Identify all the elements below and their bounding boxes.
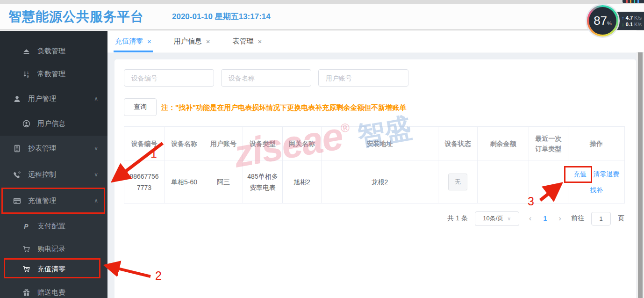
svg-text:P: P xyxy=(24,222,29,230)
device-name-input[interactable] xyxy=(221,69,311,87)
sidebar-item-load-management[interactable]: 负载管理 xyxy=(0,41,107,61)
cell-device-name: 单相5-60 xyxy=(165,160,204,204)
download-speed-unit: K/s xyxy=(634,22,642,27)
compensate-action-link[interactable]: 找补 xyxy=(590,186,603,194)
sidebar-item-gift-electricity[interactable]: 赠送电费 xyxy=(0,282,107,298)
sidebar-item-recharge-reset[interactable]: 充值清零 xyxy=(0,259,107,279)
query-button[interactable]: 查询 xyxy=(124,98,157,116)
col-gateway: 网关名称 xyxy=(283,127,322,160)
usage-gauge[interactable]: 87 % xyxy=(587,5,618,36)
sidebar-item-purchase-records[interactable]: 购电记录 xyxy=(0,239,107,259)
page-label: 页 xyxy=(618,214,624,223)
meter-icon xyxy=(13,145,21,153)
prev-page-button[interactable]: ‹ xyxy=(526,214,535,223)
cell-device-type: 485单相多费率电表 xyxy=(243,160,283,204)
tab-label: 用户信息 xyxy=(174,37,202,46)
col-device-type: 设备类型 xyxy=(243,127,283,160)
col-device-name: 设备名称 xyxy=(165,127,204,160)
close-icon[interactable]: × xyxy=(206,37,210,45)
tab-label: 表管理 xyxy=(233,37,254,46)
tab-recharge-reset[interactable]: 充值清零 × xyxy=(114,31,153,52)
gift-icon xyxy=(22,289,30,297)
sidebar-group-user-management[interactable]: 用户管理 ∧ xyxy=(0,88,107,109)
note-text: 注："找补"功能是在用户电表损坏情况下更换电表补充原剩余金额但不新增账单 xyxy=(161,103,406,112)
cell-actions: 充值 清零退费 找补 xyxy=(568,160,625,204)
cell-device-no: 886677567773 xyxy=(124,160,165,204)
svg-text:9: 9 xyxy=(27,74,29,78)
cell-last-order-type xyxy=(529,160,568,204)
sidebar-item-label: 用户信息 xyxy=(37,119,65,128)
widget-mini-strip xyxy=(623,0,644,3)
sidebar-group-meter-reading[interactable]: 抄表管理 ∨ xyxy=(0,138,107,159)
credit-card-icon xyxy=(13,197,21,205)
upload-arrow-icon: ↑ xyxy=(622,15,624,21)
sort-numeric-icon: 19 xyxy=(22,70,30,78)
sidebar-item-label: 充值管理 xyxy=(28,196,56,205)
chevron-down-icon: ∨ xyxy=(94,171,98,178)
tab-label: 充值清零 xyxy=(115,37,143,46)
col-last-order-type: 最近一次订单类型 xyxy=(529,127,568,160)
sidebar-item-label: 负载管理 xyxy=(37,47,65,56)
close-icon[interactable]: × xyxy=(147,37,151,45)
status-badge[interactable]: 无 xyxy=(448,174,467,190)
sidebar-group-recharge-management[interactable]: 充值管理 ∧ xyxy=(0,190,107,211)
paypal-icon: P xyxy=(22,222,30,230)
goto-page-input[interactable] xyxy=(591,212,611,225)
next-page-button[interactable]: › xyxy=(556,214,564,223)
upload-speed-value: 4.7 xyxy=(626,15,633,21)
user-account-input[interactable] xyxy=(318,69,408,87)
pagination-total: 共 1 条 xyxy=(447,214,468,223)
cart-icon xyxy=(22,245,30,253)
recharge-action-link[interactable]: 充值 xyxy=(573,168,587,180)
eject-icon xyxy=(22,47,30,55)
cell-address: 龙根2 xyxy=(322,160,438,204)
page-number-1[interactable]: 1 xyxy=(542,215,549,222)
sidebar-item-label: 购电记录 xyxy=(37,245,65,254)
sidebar-item-label: 赠送电费 xyxy=(37,288,65,297)
sidebar-item-label: 用户管理 xyxy=(28,94,56,103)
sidebar-item-user-info[interactable]: 用户信息 xyxy=(0,113,107,134)
device-no-input[interactable] xyxy=(124,69,214,87)
phone-icon xyxy=(13,171,21,179)
chevron-up-icon: ∧ xyxy=(94,197,98,204)
cell-status: 无 xyxy=(438,160,478,204)
sidebar-item-label: 远程控制 xyxy=(28,170,56,179)
gauge-inner: 87 % xyxy=(589,7,616,35)
app-header: 智慧能源公共服务平台 2020-01-10 星期五13:17:14 xyxy=(0,4,644,30)
col-balance: 剩余金额 xyxy=(478,127,529,160)
pagination: 共 1 条 10条/页 ∨ ‹ 1 › 前往 页 xyxy=(124,211,624,226)
tab-user-info[interactable]: 用户信息 × xyxy=(172,31,212,52)
gauge-percent-value: 87 xyxy=(594,14,607,28)
tab-meter-management[interactable]: 表管理 × xyxy=(231,31,264,52)
sidebar-item-constant-management[interactable]: 19 常数管理 xyxy=(0,64,107,84)
user-circle-icon xyxy=(22,120,30,128)
col-status: 设备状态 xyxy=(438,127,478,160)
cell-gateway: 旭彬2 xyxy=(283,160,322,204)
table-header-row: 设备编号 设备名称 用户账号 设备类型 网关名称 安装地址 设备状态 剩余金额 … xyxy=(124,127,625,160)
sidebar-group-remote-control[interactable]: 远程控制 ∨ xyxy=(0,164,107,185)
sidebar-item-label: 支付配置 xyxy=(37,222,65,231)
app-title: 智慧能源公共服务平台 xyxy=(8,8,144,26)
col-address: 安装地址 xyxy=(322,127,438,160)
tab-bar: 充值清零 × 用户信息 × 表管理 × xyxy=(107,31,644,52)
scrollbar-thumb[interactable] xyxy=(638,32,643,298)
window-top-strip xyxy=(0,0,644,4)
download-speed-value: 0.1 xyxy=(626,22,633,27)
gauge-percent-unit: % xyxy=(607,21,612,26)
col-actions: 操作 xyxy=(568,127,625,160)
goto-label: 前往 xyxy=(571,214,584,223)
chevron-up-icon: ∧ xyxy=(94,95,98,102)
header-datetime: 2020-01-10 星期五13:17:14 xyxy=(172,11,271,22)
col-account: 用户账号 xyxy=(204,127,243,160)
user-icon xyxy=(13,95,21,103)
col-device-no: 设备编号 xyxy=(124,127,165,160)
close-icon[interactable]: × xyxy=(258,37,262,45)
sidebar-item-payment-config[interactable]: P 支付配置 xyxy=(0,216,107,236)
device-table: 设备编号 设备名称 用户账号 设备类型 网关名称 安装地址 设备状态 剩余金额 … xyxy=(124,126,625,204)
page-size-select[interactable]: 10条/页 ∨ xyxy=(475,211,519,226)
cell-account: 阿三 xyxy=(204,160,243,204)
upload-speed-unit: K/s xyxy=(634,15,642,21)
table-row: 886677567773 单相5-60 阿三 485单相多费率电表 旭彬2 龙根… xyxy=(124,160,625,204)
chevron-down-icon: ∨ xyxy=(507,216,511,222)
reset-refund-action-link[interactable]: 清零退费 xyxy=(593,168,619,180)
